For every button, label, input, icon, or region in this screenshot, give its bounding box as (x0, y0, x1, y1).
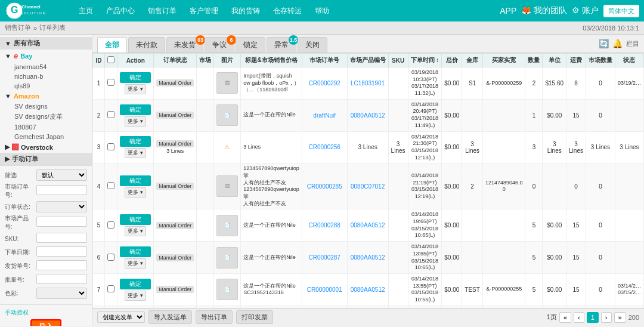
cell-market-product: LC18031901 (347, 67, 388, 100)
tab-unpaid[interactable]: 未付款 (128, 37, 165, 53)
next-page-button[interactable]: › (601, 312, 612, 323)
nav-products[interactable]: 产品中心 (100, 4, 141, 18)
confirm-button[interactable]: 确定 (120, 72, 151, 83)
breadcrumb-item-sales[interactable]: 销售订单 (5, 23, 31, 32)
filter-color-select[interactable] (36, 288, 87, 299)
sidebar-ebay-group[interactable]: ▼eBay (0, 50, 92, 62)
cell-unit: 3 Lines (543, 131, 566, 164)
sidebar-all-markets[interactable]: ▼所有市场 (0, 37, 92, 50)
sidebar-item-qls89[interactable]: qls89 (0, 81, 92, 91)
confirm-button[interactable]: 确定 (120, 175, 151, 186)
confirm-button[interactable]: 确定 (120, 104, 151, 115)
batch-action-select[interactable]: 创建光发单 (97, 311, 145, 323)
cell-market-product: 0080AA0512 (347, 99, 388, 131)
import-button[interactable]: 导入 (30, 319, 61, 326)
filter-market-order-input[interactable] (36, 185, 87, 195)
breadcrumb-item-orders[interactable]: 订单列表 (39, 23, 66, 32)
row-checkbox[interactable] (107, 111, 114, 118)
filter-order-status-select[interactable] (36, 201, 87, 212)
more-dropdown[interactable]: 更多 ▾ (125, 187, 146, 198)
import-shipment-button[interactable]: 导入发运单 (148, 310, 192, 324)
confirm-button[interactable]: 确定 (120, 214, 151, 225)
confirm-button[interactable]: 确定 (120, 136, 151, 147)
table-row: 1 确定 更多 ▾ Manual Order 🖼 Import(带图，squis… (93, 67, 644, 100)
row-checkbox[interactable] (107, 221, 114, 229)
select-all-checkbox[interactable] (107, 56, 114, 63)
first-page-button[interactable]: « (559, 312, 571, 323)
cell-action: 确定 更多 ▾ (117, 242, 154, 274)
more-dropdown[interactable]: 更多 ▾ (125, 84, 146, 94)
sidebar-amazon-group[interactable]: ▼Amazon (0, 91, 92, 101)
sidebar-item-janemao54[interactable]: janemao54 (0, 62, 92, 72)
filter-default-select[interactable]: 默认 (36, 169, 87, 181)
filter-batch-input[interactable] (36, 274, 87, 284)
tab-closed[interactable]: 关闭 (298, 37, 327, 53)
nav-my-cargo[interactable]: 我的货铸 (225, 4, 266, 18)
sidebar-item-180807[interactable]: 180807 (0, 122, 92, 132)
row-checkbox[interactable] (107, 182, 114, 189)
cell-checkbox (105, 242, 117, 274)
bell-icon[interactable]: 🔔 (612, 39, 623, 48)
cell-title: 这是一个正在帮的Nile (241, 99, 302, 131)
cell-order-status: Manual Order 3 Lines (154, 131, 197, 164)
refresh-icon[interactable]: 🔄 (599, 39, 609, 48)
col-vault: 金库 (462, 54, 483, 67)
svg-text:S O L U T I O N: S O L U T I O N (20, 11, 45, 15)
more-dropdown[interactable]: 更多 ▾ (125, 226, 146, 236)
tab-locked[interactable]: 锁定 (236, 37, 265, 53)
row-checkbox[interactable] (107, 79, 114, 86)
cell-vault: 3 Lines (462, 131, 483, 164)
cell-shipping: 3 Lines (566, 131, 586, 164)
confirm-button[interactable]: 确定 (120, 246, 151, 257)
sidebar-overstock-group[interactable]: ▶🅾Overstock (0, 141, 92, 153)
language-button[interactable]: 简体中文 (603, 5, 639, 17)
tab-unshipped-badge: 03 (196, 35, 205, 45)
cell-qty: 5 (525, 209, 543, 242)
current-page-button[interactable]: 1 (587, 312, 599, 323)
filter-market-product-input[interactable] (36, 217, 87, 227)
sidebar-item-gemchest-japan[interactable]: Gemchest Japan (0, 132, 92, 141)
table-row: 7 确定 更多 ▾ Manual Order 📄 这是一个正在帮的NileSC3… (93, 273, 644, 306)
nav-help[interactable]: 帮助 (309, 4, 335, 18)
app-icon[interactable]: APP (500, 6, 516, 16)
cell-id: 2 (93, 99, 105, 131)
more-dropdown[interactable]: 更多 ▾ (125, 291, 146, 301)
sidebar-item-sv-designs-leather[interactable]: SV designs/皮革 (0, 111, 92, 122)
nav-customers[interactable]: 客户管理 (184, 4, 224, 18)
export-orders-button[interactable]: 导出订单 (196, 310, 233, 324)
tab-abnormal[interactable]: 异常 1.5 (267, 37, 296, 53)
cell-market (197, 131, 214, 164)
row-checkbox[interactable] (107, 143, 114, 150)
last-page-button[interactable]: » (614, 312, 626, 323)
account-icon[interactable]: ⚙ 账户 (572, 5, 599, 16)
tab-dispute[interactable]: 争议 6 (205, 37, 234, 53)
nav-warehouse[interactable]: 仓存转运 (267, 4, 308, 18)
team-icon[interactable]: 🦊 我的团队 (521, 5, 567, 16)
confirm-button[interactable]: 确定 (120, 279, 151, 289)
nav-sales-orders[interactable]: 销售订单 (142, 4, 182, 18)
sidebar-item-nichuan-b[interactable]: nichuan-b (0, 72, 92, 81)
cell-title: 这是一个正在帮的Nile (241, 242, 302, 274)
tab-all[interactable]: 全部 (97, 37, 127, 53)
nav-home[interactable]: 主页 (73, 4, 99, 18)
sidebar-bottom-links: 手动授权 (5, 309, 87, 317)
print-invoice-button[interactable]: 打印发票 (236, 310, 273, 324)
cell-market (197, 67, 214, 100)
tab-unshipped[interactable]: 未发货 03 (166, 37, 203, 53)
sidebar-item-sv-designs[interactable]: SV designs (0, 101, 92, 111)
prev-page-button[interactable]: ‹ (574, 312, 584, 323)
filter-order-date-input[interactable] (36, 246, 87, 257)
row-checkbox[interactable] (107, 254, 114, 261)
breadcrumb: 销售订单 » 订单列表 03/20/2018 10:13:1 (0, 21, 644, 35)
filter-tracking-input[interactable] (36, 260, 87, 270)
filter-sku-input[interactable] (36, 233, 87, 243)
more-dropdown[interactable]: 更多 ▾ (125, 258, 146, 269)
sidebar-manual-order[interactable]: ▶手动订单 (0, 153, 92, 165)
cell-order-status: Manual Order (154, 209, 197, 242)
manual-import-link[interactable]: 手动授权 (5, 309, 29, 317)
more-dropdown[interactable]: 更多 ▾ (125, 148, 146, 158)
cell-status: 03/19/2… (615, 67, 643, 100)
more-dropdown[interactable]: 更多 ▾ (125, 116, 146, 127)
cell-unit: $0.00 (543, 273, 566, 306)
row-checkbox[interactable] (107, 285, 114, 292)
